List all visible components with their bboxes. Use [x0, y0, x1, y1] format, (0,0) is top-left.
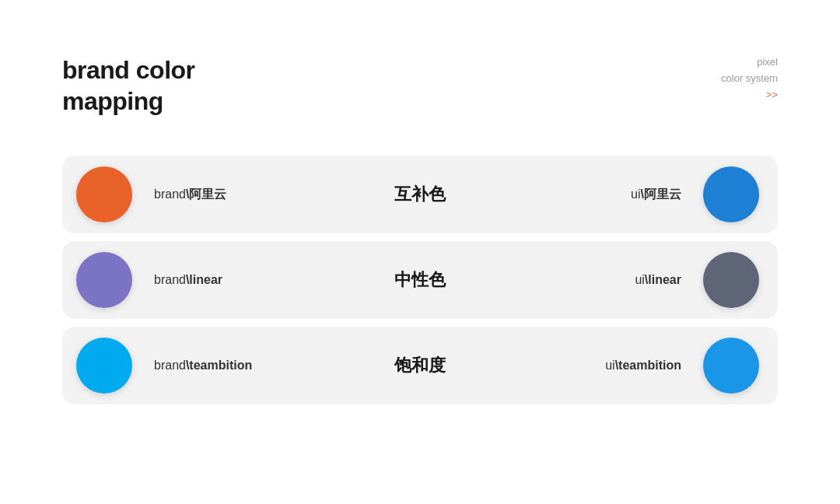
- ui-label-teambition: ui\teambition: [418, 359, 703, 373]
- color-row-alicloud: brand\阿里云 互补色 ui\阿里云: [62, 156, 778, 233]
- page-title: brand color mapping: [62, 54, 195, 117]
- circle-left-teambition: [76, 338, 132, 394]
- color-row-teambition: brand\teambition 饱和度 ui\teambition: [62, 327, 778, 404]
- brand-label-teambition: brand\teambition: [154, 359, 418, 373]
- circle-left-alicloud: [76, 166, 132, 222]
- header: brand color mapping pixel color system >…: [62, 54, 778, 117]
- middle-label-alicloud: 互补色: [394, 183, 446, 206]
- brand-label-linear: brand\linear: [154, 273, 418, 287]
- ui-label-linear: ui\linear: [418, 273, 703, 287]
- middle-label-teambition: 饱和度: [394, 354, 446, 377]
- middle-label-linear: 中性色: [394, 268, 446, 292]
- color-row-linear: brand\linear 中性色 ui\linear: [62, 241, 778, 319]
- circle-right-linear: [703, 252, 759, 308]
- circle-right-teambition: [703, 338, 759, 394]
- circle-left-linear: [76, 252, 132, 308]
- top-right-info: pixel color system >>: [721, 54, 778, 103]
- rows-container: brand\阿里云 互补色 ui\阿里云 brand\linear 中性色 ui…: [62, 156, 778, 404]
- brand-label-alicloud: brand\阿里云: [154, 187, 418, 203]
- circle-right-alicloud: [703, 166, 759, 222]
- ui-label-alicloud: ui\阿里云: [418, 187, 703, 203]
- page-container: brand color mapping pixel color system >…: [0, 0, 840, 504]
